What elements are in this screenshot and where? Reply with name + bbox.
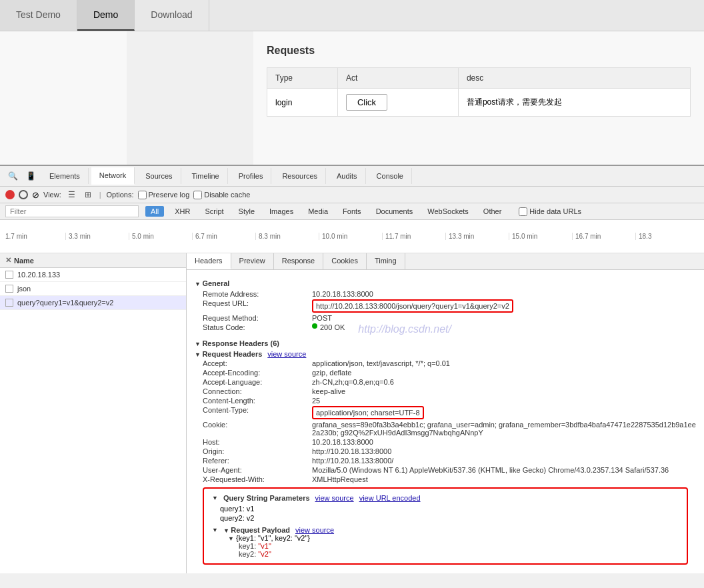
- request-headers-title[interactable]: Request Headers: [195, 350, 262, 358]
- rp-fields: key1: "v1" key2: "v2": [228, 542, 679, 558]
- remote-address-row: Remote Address: 10.20.18.133:8000: [195, 290, 696, 298]
- filter-fonts[interactable]: Fonts: [339, 206, 365, 217]
- filter-other[interactable]: Other: [479, 206, 506, 217]
- devtools-tab-profiles[interactable]: Profiles: [231, 168, 272, 184]
- qs-view-source-link[interactable]: view source: [315, 494, 354, 502]
- hide-data-urls-checkbox[interactable]: [519, 207, 527, 216]
- user-agent-row: User-Agent: Mozilla/5.0 (Windows NT 6.1)…: [195, 466, 696, 474]
- accept-key: Accept:: [203, 359, 309, 367]
- tick-5: 10.0 min: [319, 233, 382, 240]
- device-icon[interactable]: 📱: [23, 170, 39, 182]
- view-label: View:: [43, 191, 61, 199]
- tab-download[interactable]: Download: [135, 0, 209, 31]
- filter-input[interactable]: [5, 205, 139, 217]
- tick-8: 15.0 min: [509, 233, 572, 240]
- item-checkbox-0[interactable]: [5, 271, 13, 279]
- x-requested-with-key: X-Requested-With:: [203, 475, 309, 483]
- hide-data-urls-label[interactable]: Hide data URLs: [519, 207, 581, 216]
- accept-language-key: Accept-Language:: [203, 378, 309, 386]
- filter-all[interactable]: All: [145, 206, 164, 217]
- accept-row: Accept: application/json, text/javascrip…: [195, 359, 696, 367]
- devtools-tab-console[interactable]: Console: [369, 168, 412, 184]
- requests-table: Type Act desc login Click 普通post请求，需要先发起: [267, 67, 691, 117]
- devtools-tab-elements[interactable]: Elements: [41, 168, 89, 184]
- rp-summary: {key1: "v1", key2: "v2"}: [236, 534, 310, 542]
- filter-icon[interactable]: ⊘: [32, 190, 39, 200]
- qs-view-url-encoded-link[interactable]: view URL encoded: [359, 494, 421, 502]
- item-checkbox-1[interactable]: [5, 285, 13, 293]
- separator: |: [99, 191, 101, 199]
- host-row: Host: 10.20.18.133:8000: [195, 438, 696, 446]
- response-headers-section-header[interactable]: Response Headers (6): [195, 339, 696, 347]
- list-item-0[interactable]: 10.20.18.133: [0, 268, 186, 282]
- detail-tab-preview[interactable]: Preview: [231, 253, 274, 269]
- connection-key: Connection:: [203, 387, 309, 395]
- filter-websockets[interactable]: WebSockets: [423, 206, 473, 217]
- detail-tab-timing[interactable]: Timing: [367, 253, 405, 269]
- list-view-icon[interactable]: ☰: [65, 189, 78, 201]
- filter-row: All XHR Script Style Images Media Fonts …: [0, 203, 704, 220]
- preserve-log-label[interactable]: Preserve log: [138, 191, 190, 199]
- item-checkbox-2[interactable]: [5, 299, 13, 307]
- content-type-row: Content-Type: application/json; charset=…: [195, 406, 696, 419]
- list-item-1[interactable]: json: [0, 282, 186, 296]
- clear-button[interactable]: [19, 190, 28, 199]
- accept-encoding-row: Accept-Encoding: gzip, deflate: [195, 369, 696, 377]
- network-list: ✕ Name 10.20.18.133 json query?query1=v1…: [0, 253, 187, 573]
- filter-xhr[interactable]: XHR: [171, 206, 194, 217]
- request-method-row: Request Method: POST: [195, 314, 696, 322]
- accept-encoding-val: gzip, deflate: [312, 369, 351, 377]
- rp-summary-row: ▼ {key1: "v1", key2: "v2"}: [228, 534, 679, 542]
- rp-view-source-link[interactable]: view source: [295, 526, 334, 534]
- tab-test-demo[interactable]: Test Demo: [0, 0, 77, 31]
- request-headers-section: Request Headers view source Accept: appl…: [195, 350, 696, 483]
- content-type-key: Content-Type:: [203, 406, 309, 419]
- tick-0: 1.7 min: [5, 233, 65, 240]
- devtools-tab-sources[interactable]: Sources: [137, 168, 181, 184]
- referer-row: Referer: http://10.20.18.133:8000/: [195, 457, 696, 465]
- tick-10: 18.3: [635, 233, 699, 240]
- tick-3: 6.7 min: [192, 233, 255, 240]
- devtools-tab-resources[interactable]: Resources: [274, 168, 326, 184]
- devtools-tab-network[interactable]: Network: [91, 167, 135, 185]
- disable-cache-label[interactable]: Disable cache: [193, 191, 250, 199]
- filter-images[interactable]: Images: [265, 206, 297, 217]
- request-url-val: http://10.20.18.133:8000/json/query?quer…: [312, 299, 513, 313]
- close-detail-button[interactable]: ✕: [5, 256, 11, 265]
- x-requested-with-row: X-Requested-With: XMLHttpRequest: [195, 475, 696, 483]
- filter-script[interactable]: Script: [201, 206, 227, 217]
- preserve-log-checkbox[interactable]: [138, 191, 147, 199]
- rp-val-1: "v2": [258, 550, 271, 558]
- detail-tab-cookies[interactable]: Cookies: [323, 253, 367, 269]
- list-item-2[interactable]: query?query1=v1&query2=v2: [0, 296, 186, 310]
- col-act: Act: [337, 68, 458, 89]
- search-icon[interactable]: 🔍: [5, 170, 21, 182]
- qs-title: Query String Parameters: [223, 494, 310, 502]
- network-toolbar: ⊘ View: ☰ ⊞ | Options: Preserve log Disa…: [0, 187, 704, 203]
- qs-param-0: query1: v1: [212, 505, 679, 513]
- origin-row: Origin: http://10.20.18.133:8000: [195, 447, 696, 455]
- click-button[interactable]: Click: [346, 94, 387, 111]
- requests-title: Requests: [267, 45, 691, 57]
- status-dot: [312, 323, 317, 329]
- view-source-link[interactable]: view source: [267, 350, 306, 358]
- rp-title[interactable]: Request Payload: [223, 526, 290, 534]
- status-code-row: Status Code: 200 OK http://blog.csdn.net…: [195, 323, 696, 335]
- status-code-val: 200 OK: [320, 323, 345, 335]
- filter-documents[interactable]: Documents: [372, 206, 417, 217]
- disable-cache-checkbox[interactable]: [193, 191, 202, 199]
- request-method-key: Request Method:: [203, 314, 309, 322]
- table-row: login Click 普通post请求，需要先发起: [267, 89, 691, 117]
- devtools-tab-timeline[interactable]: Timeline: [184, 168, 228, 184]
- filter-media[interactable]: Media: [304, 206, 332, 217]
- status-code-key: Status Code:: [203, 323, 309, 335]
- general-section-header[interactable]: General: [195, 279, 696, 287]
- devtools-tab-audits[interactable]: Audits: [329, 168, 366, 184]
- detail-tab-headers[interactable]: Headers: [187, 253, 231, 269]
- rp-tree: ▼ {key1: "v1", key2: "v2"} key1: "v1": [220, 534, 679, 558]
- detail-tab-response[interactable]: Response: [274, 253, 324, 269]
- tab-demo[interactable]: Demo: [77, 0, 135, 31]
- filter-style[interactable]: Style: [235, 206, 259, 217]
- record-stop-button[interactable]: [5, 190, 15, 199]
- tree-view-icon[interactable]: ⊞: [82, 189, 94, 201]
